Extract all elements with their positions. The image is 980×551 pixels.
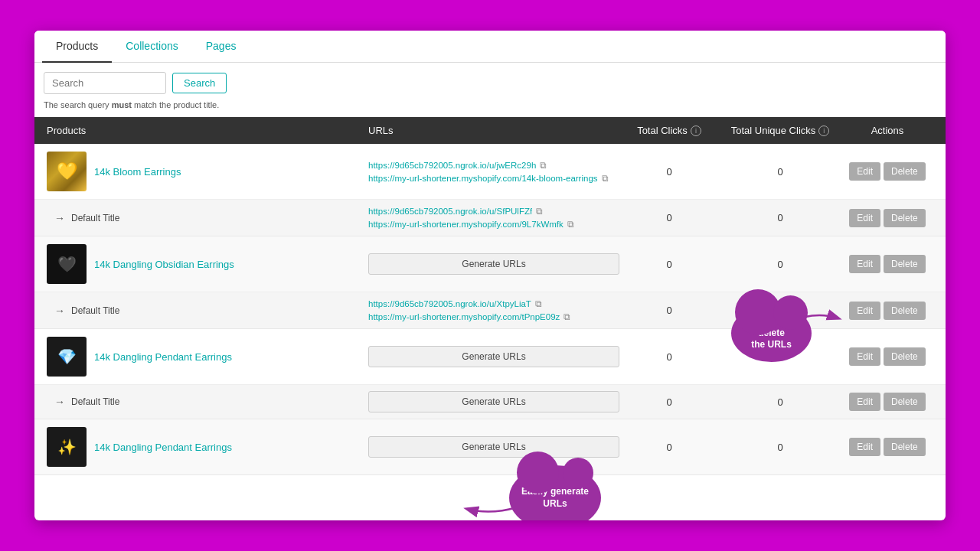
product-main-row-4: ✨ 14k Dangling Pendant Earrings Generate… <box>34 419 946 474</box>
variant-url-obs-1: https://9d65cb792005.ngrok.io/u/XtpyLiaT… <box>368 298 619 309</box>
copy-icon-2[interactable]: ⧉ <box>602 173 609 184</box>
product-name-cell: 💛 14k Bloom Earrings <box>47 152 368 191</box>
search-input[interactable] <box>44 72 166 94</box>
callout-generate: Easily generateURLs <box>509 465 601 520</box>
copy-icon-obs-2[interactable]: ⧉ <box>564 311 570 322</box>
variant-actions-3: Edit Delete <box>841 393 933 411</box>
delete-button-4[interactable]: Delete <box>884 438 926 456</box>
variant-clicks-3: 0 <box>619 396 719 408</box>
product-name-cell-2: 🖤 14k Dangling Obsidian Earrings <box>47 244 368 284</box>
unique-clicks-info-icon[interactable]: i <box>818 126 829 136</box>
variant-edit-obs[interactable]: Edit <box>849 302 880 320</box>
col-urls: URLs <box>368 125 619 136</box>
edit-button[interactable]: Edit <box>849 162 880 181</box>
variant-url-line-2: https://my-url-shortener.myshopify.com/9… <box>368 219 619 230</box>
variant-name-2: Default Title <box>71 305 119 316</box>
short-url-link[interactable]: https://9d65cb792005.ngrok.io/u/jwERc29h <box>368 161 536 170</box>
delete-button-3[interactable]: Delete <box>884 347 926 366</box>
variant-short-url-obs[interactable]: https://9d65cb792005.ngrok.io/u/XtpyLiaT <box>368 299 531 308</box>
arrow-icon-2: → <box>54 305 65 317</box>
total-clicks-3: 0 <box>619 351 719 363</box>
total-clicks-info-icon[interactable]: i <box>691 126 701 136</box>
table-body: 💛 14k Bloom Earrings https://9d65cb79200… <box>34 144 946 475</box>
table-row: 💛 14k Bloom Earrings https://9d65cb79200… <box>34 144 946 236</box>
variant-urls-cell-3: Generate URLs <box>368 391 619 412</box>
variant-copy-icon[interactable]: ⧉ <box>536 206 543 217</box>
urls-cell-2: Generate URLs <box>368 253 619 275</box>
product-link-3[interactable]: 14k Dangling Pendant Earrings <box>94 351 232 363</box>
product-name-cell-4: ✨ 14k Dangling Pendant Earrings <box>47 427 368 467</box>
col-actions: Actions <box>841 125 933 136</box>
variant-edit-button[interactable]: Edit <box>849 209 880 227</box>
edit-button-3[interactable]: Edit <box>849 347 880 366</box>
variant-clicks: 0 <box>619 212 719 223</box>
copy-icon-obs[interactable]: ⧉ <box>535 298 542 309</box>
col-total-clicks: Total Clicks i <box>619 125 719 136</box>
product-thumbnail-4: ✨ <box>47 427 87 467</box>
total-clicks-value: 0 <box>619 166 719 178</box>
variant-delete-obs[interactable]: Delete <box>884 302 926 320</box>
variant-name-3: Default Title <box>71 396 119 407</box>
variant-delete-3[interactable]: Delete <box>884 393 926 411</box>
variant-actions: Edit Delete <box>841 209 933 227</box>
tab-pages[interactable]: Pages <box>192 31 250 63</box>
product-main-row: 💛 14k Bloom Earrings https://9d65cb79200… <box>34 144 946 199</box>
copy-icon[interactable]: ⧉ <box>540 160 547 171</box>
variant-actions-obs: Edit Delete <box>841 302 933 320</box>
product-thumbnail: 💛 <box>47 152 87 191</box>
product-name-cell-3: 💎 14k Dangling Pendant Earrings <box>47 337 368 377</box>
variant-full-url-obs[interactable]: https://my-url-shortener.myshopify.com/t… <box>368 312 560 321</box>
variant-full-url[interactable]: https://my-url-shortener.myshopify.com/9… <box>368 220 564 229</box>
variant-unique-3: 0 <box>719 396 841 408</box>
tabs-bar: Products Collections Pages <box>34 31 946 63</box>
generate-btn-variant-3[interactable]: Generate URLs <box>368 391 619 412</box>
actions-cell-2: Edit Delete <box>841 255 933 273</box>
variant-clicks-obs: 0 <box>619 305 719 316</box>
product-main-row-2: 🖤 14k Dangling Obsidian Earrings Generat… <box>34 236 946 292</box>
variant-urls-cell: https://9d65cb792005.ngrok.io/u/SfPUlFZf… <box>368 206 619 230</box>
variant-row-3: → Default Title Generate URLs 0 0 Edit D… <box>34 384 946 419</box>
unique-clicks-4: 0 <box>719 442 841 453</box>
variant-delete-button[interactable]: Delete <box>884 209 926 227</box>
variant-name-cell-3: → Default Title <box>47 396 368 408</box>
edit-button-4[interactable]: Edit <box>849 438 880 456</box>
col-products: Products <box>47 125 368 136</box>
product-link[interactable]: 14k Bloom Earrings <box>94 166 181 178</box>
tab-collections[interactable]: Collections <box>112 31 191 63</box>
variant-edit-3[interactable]: Edit <box>849 393 880 411</box>
search-button[interactable]: Search <box>172 73 227 93</box>
variant-name: Default Title <box>71 213 119 223</box>
product-link-2[interactable]: 14k Dangling Obsidian Earrings <box>94 259 234 270</box>
delete-button-2[interactable]: Delete <box>884 255 926 273</box>
delete-button[interactable]: Delete <box>884 162 926 181</box>
search-bar: Search <box>34 63 946 99</box>
arrow-icon: → <box>54 212 65 224</box>
url-line: https://9d65cb792005.ngrok.io/u/jwERc29h… <box>368 160 619 171</box>
variant-short-url[interactable]: https://9d65cb792005.ngrok.io/u/SfPUlFZf <box>368 207 532 216</box>
variant-copy-icon-2[interactable]: ⧉ <box>567 219 574 230</box>
full-url-link[interactable]: https://my-url-shortener.myshopify.com/1… <box>368 174 598 183</box>
table-header: Products URLs Total Clicks i Total Uniqu… <box>34 117 946 144</box>
generate-urls-button[interactable]: Generate URLs <box>368 253 619 275</box>
generate-urls-button-4[interactable]: Generate URLs <box>368 436 619 458</box>
urls-cell-3: Generate URLs <box>368 346 619 367</box>
total-clicks-2: 0 <box>619 259 719 270</box>
variant-url-line: https://9d65cb792005.ngrok.io/u/SfPUlFZf… <box>368 206 619 217</box>
arrow-icon-3: → <box>54 396 65 408</box>
variant-row: → Default Title https://9d65cb792005.ngr… <box>34 199 946 236</box>
edit-button-2[interactable]: Edit <box>849 255 880 273</box>
variant-name-cell-2: → Default Title <box>47 305 368 317</box>
variant-name-cell: → Default Title <box>47 212 368 224</box>
total-clicks-4: 0 <box>619 442 719 453</box>
table-wrapper: Products URLs Total Clicks i Total Uniqu… <box>34 117 946 475</box>
product-link-4[interactable]: 14k Dangling Pendant Earrings <box>94 442 232 453</box>
variant-urls-cell-2: https://9d65cb792005.ngrok.io/u/XtpyLiaT… <box>368 298 619 322</box>
actions-cell-4: Edit Delete <box>841 438 933 456</box>
product-thumbnail-2: 🖤 <box>47 244 87 284</box>
search-hint: The search query must match the product … <box>34 99 946 117</box>
variant-url-obs-2: https://my-url-shortener.myshopify.com/t… <box>368 311 619 322</box>
unique-clicks-value: 0 <box>719 166 841 178</box>
col-unique-clicks: Total Unique Clicks i <box>719 125 841 136</box>
tab-products[interactable]: Products <box>42 31 112 63</box>
generate-urls-button-3[interactable]: Generate URLs <box>368 346 619 367</box>
